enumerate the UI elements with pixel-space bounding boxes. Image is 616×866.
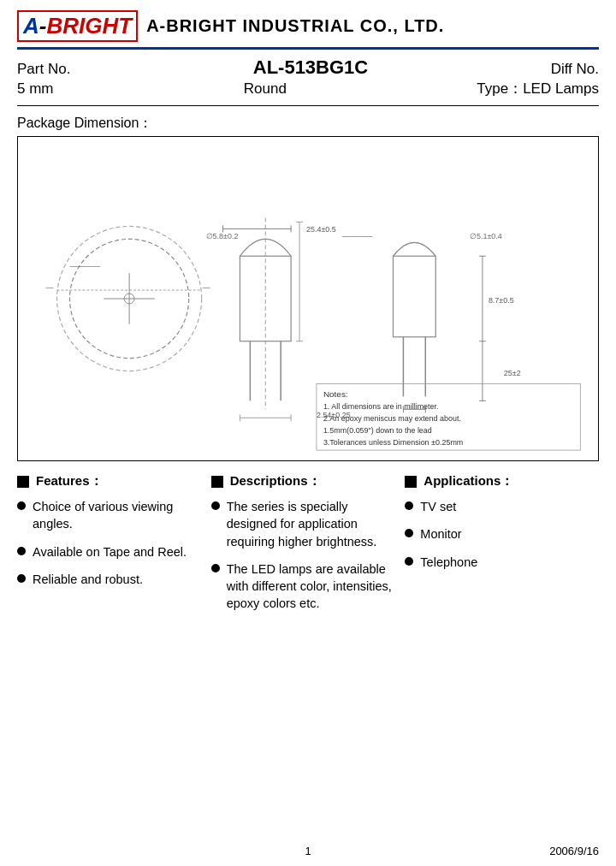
features-header: Features： <box>17 473 203 489</box>
size-label: 5 mm <box>17 80 54 98</box>
svg-text:—: — <box>46 283 54 292</box>
applications-header: Applications： <box>405 473 590 489</box>
svg-text:∅5.1±0.4: ∅5.1±0.4 <box>470 232 502 240</box>
type-value: Type：LED Lamps <box>477 79 599 98</box>
bullet-icon <box>17 547 26 555</box>
application-text-3: Telephone <box>420 554 477 571</box>
logo-a: A <box>23 13 39 39</box>
logo-dash: - <box>39 13 47 39</box>
header: A-BRIGHT A-BRIGHT INDUSTRIAL CO., LTD. <box>0 0 616 42</box>
features-header-icon <box>17 476 29 488</box>
feature-text-3: Reliable and robust. <box>33 571 143 588</box>
svg-text:2.An epoxy meniscus may extend: 2.An epoxy meniscus may extend about. <box>323 414 461 423</box>
bullet-icon <box>405 557 413 566</box>
company-name: A-BRIGHT INDUSTRIAL CO., LTD. <box>146 16 444 36</box>
features-column: Features： Choice of various viewing angl… <box>17 473 211 623</box>
package-section: Package Dimension： — — <box>17 115 599 461</box>
application-item-1: TV set <box>405 498 590 515</box>
application-item-3: Telephone <box>405 554 590 571</box>
svg-text:1.5mm(0.059") down to the lead: 1.5mm(0.059") down to the lead <box>323 426 432 435</box>
package-title: Package Dimension： <box>17 115 599 133</box>
description-text-1: The series is specially designed for app… <box>227 498 397 550</box>
logo-bright: BRIGHT <box>46 13 132 39</box>
part-info-row2: 5 mm Round Type：LED Lamps <box>17 79 599 98</box>
part-no-value: AL-513BG1C <box>253 56 368 79</box>
footer-page-number: 1 <box>305 845 311 857</box>
part-info: Part No. AL-513BG1C Diff No. 5 mm Round … <box>17 56 599 106</box>
svg-text:3.Tolerances unless Dimension : 3.Tolerances unless Dimension ±0.25mm <box>323 438 463 447</box>
part-no-label: Part No. <box>17 61 70 78</box>
svg-text:8.7±0.5: 8.7±0.5 <box>489 296 514 305</box>
descriptions-column: Descriptions： The series is specially de… <box>211 473 406 623</box>
feature-item-1: Choice of various viewing angles. <box>17 498 203 533</box>
bullet-icon <box>211 564 220 572</box>
footer-date: 2006/9/16 <box>549 845 599 857</box>
descriptions-header: Descriptions： <box>211 473 397 489</box>
svg-rect-22 <box>393 256 435 337</box>
description-text-2: The LED lamps are available with differe… <box>227 561 397 613</box>
shape-value: Round <box>244 80 287 98</box>
bullet-icon <box>17 574 26 583</box>
bullet-icon <box>17 501 26 510</box>
svg-text:1. All dimensions are in milli: 1. All dimensions are in millimeter. <box>323 402 439 411</box>
svg-text:25±2: 25±2 <box>504 369 521 377</box>
svg-text:————: ———— <box>69 262 100 270</box>
svg-text:—: — <box>203 283 210 292</box>
descriptions-header-label: Descriptions： <box>230 473 321 489</box>
diff-label: Diff No. <box>551 61 599 78</box>
description-item-2: The LED lamps are available with differe… <box>211 561 397 613</box>
svg-text:Notes:: Notes: <box>323 389 348 399</box>
svg-text:25.4±0.5: 25.4±0.5 <box>306 225 336 234</box>
feature-text-1: Choice of various viewing angles. <box>33 498 203 533</box>
feature-item-2: Available on Tape and Reel. <box>17 543 203 561</box>
svg-text:————: ———— <box>342 232 373 240</box>
feature-item-3: Reliable and robust. <box>17 571 203 588</box>
applications-column: Applications： TV set Monitor Telephone <box>405 473 599 623</box>
logo: A-BRIGHT <box>17 10 138 42</box>
bullet-icon <box>405 529 413 537</box>
applications-header-icon <box>405 476 417 488</box>
features-header-label: Features： <box>36 473 103 489</box>
bullet-icon <box>211 501 220 510</box>
application-text-1: TV set <box>420 498 456 515</box>
led-diagram-svg: — — ———— ∅5.8±0.2 ———— ∅5. <box>18 137 598 460</box>
application-item-2: Monitor <box>405 525 590 543</box>
package-diagram: — — ———— ∅5.8±0.2 ———— ∅5. <box>17 136 599 461</box>
bullet-icon <box>405 501 413 510</box>
bottom-section: Features： Choice of various viewing angl… <box>17 473 599 623</box>
description-item-1: The series is specially designed for app… <box>211 498 397 550</box>
descriptions-header-icon <box>211 476 223 488</box>
application-text-2: Monitor <box>420 525 461 543</box>
svg-text:∅5.8±0.2: ∅5.8±0.2 <box>206 232 239 240</box>
part-info-row1: Part No. AL-513BG1C Diff No. <box>17 56 599 79</box>
feature-text-2: Available on Tape and Reel. <box>33 543 187 561</box>
header-divider <box>17 47 599 50</box>
applications-header-label: Applications： <box>424 473 513 489</box>
